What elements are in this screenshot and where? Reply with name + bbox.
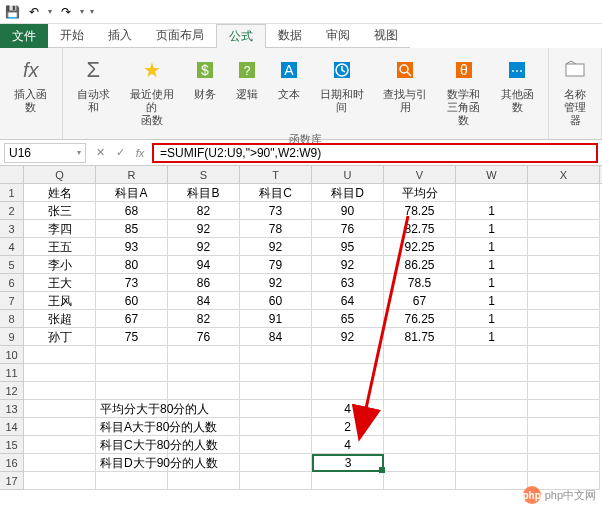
- cell[interactable]: [240, 454, 312, 472]
- insert-function-button[interactable]: fx 插入函数: [6, 52, 56, 137]
- name-manager-button[interactable]: 名称 管理器: [555, 52, 595, 137]
- cell[interactable]: [384, 346, 456, 364]
- cell[interactable]: [528, 238, 600, 256]
- cell[interactable]: [312, 382, 384, 400]
- cell[interactable]: 92: [240, 274, 312, 292]
- cell[interactable]: [528, 454, 600, 472]
- name-box[interactable]: U16 ▾: [4, 143, 86, 163]
- cell[interactable]: [528, 220, 600, 238]
- cell[interactable]: [384, 382, 456, 400]
- undo-icon[interactable]: ↶: [26, 4, 42, 20]
- cell[interactable]: 2: [312, 418, 384, 436]
- cell[interactable]: [456, 454, 528, 472]
- cell[interactable]: 92: [240, 238, 312, 256]
- cell[interactable]: [24, 400, 96, 418]
- cell[interactable]: 67: [384, 292, 456, 310]
- cell[interactable]: [384, 364, 456, 382]
- select-all-corner[interactable]: [0, 166, 24, 184]
- more-functions-button[interactable]: ⋯ 其他函数: [493, 52, 542, 130]
- chevron-down-icon[interactable]: ▾: [77, 148, 81, 157]
- cell[interactable]: 82: [168, 310, 240, 328]
- cell[interactable]: 科目B: [168, 184, 240, 202]
- cell[interactable]: 60: [96, 292, 168, 310]
- cell[interactable]: [384, 454, 456, 472]
- cell[interactable]: [168, 400, 240, 418]
- row-header[interactable]: 5: [0, 256, 23, 274]
- cell[interactable]: 86: [168, 274, 240, 292]
- cell[interactable]: 93: [96, 238, 168, 256]
- cell[interactable]: [96, 364, 168, 382]
- cell[interactable]: [240, 346, 312, 364]
- cell[interactable]: 张三: [24, 202, 96, 220]
- cell[interactable]: [384, 436, 456, 454]
- cell[interactable]: [384, 400, 456, 418]
- cell[interactable]: 73: [240, 202, 312, 220]
- column-header[interactable]: T: [240, 166, 312, 183]
- cell[interactable]: [528, 418, 600, 436]
- cell[interactable]: 76.25: [384, 310, 456, 328]
- cell[interactable]: 78.5: [384, 274, 456, 292]
- cell[interactable]: [528, 292, 600, 310]
- row-header[interactable]: 15: [0, 436, 23, 454]
- fx-button[interactable]: fx: [130, 143, 150, 163]
- cell[interactable]: 64: [312, 292, 384, 310]
- tab-insert[interactable]: 插入: [96, 24, 144, 48]
- cell[interactable]: 67: [96, 310, 168, 328]
- cell[interactable]: 92: [168, 220, 240, 238]
- text-button[interactable]: A 文本: [270, 52, 308, 130]
- cell[interactable]: [312, 472, 384, 490]
- cell[interactable]: [24, 436, 96, 454]
- cell[interactable]: [168, 382, 240, 400]
- datetime-button[interactable]: 日期和时间: [312, 52, 372, 130]
- cell[interactable]: [96, 346, 168, 364]
- row-header[interactable]: 12: [0, 382, 23, 400]
- cell[interactable]: 79: [240, 256, 312, 274]
- redo-dropdown-icon[interactable]: ▾: [80, 7, 84, 16]
- cell[interactable]: 84: [168, 292, 240, 310]
- tab-data[interactable]: 数据: [266, 24, 314, 48]
- cell[interactable]: [456, 382, 528, 400]
- cell[interactable]: 91: [240, 310, 312, 328]
- cell[interactable]: 82.75: [384, 220, 456, 238]
- qat-customize-icon[interactable]: ▾: [90, 7, 94, 16]
- cell[interactable]: 68: [96, 202, 168, 220]
- math-button[interactable]: θ 数学和 三角函数: [439, 52, 488, 130]
- cell[interactable]: [240, 418, 312, 436]
- cell[interactable]: [384, 472, 456, 490]
- cell[interactable]: 63: [312, 274, 384, 292]
- cell[interactable]: 4: [312, 400, 384, 418]
- cell[interactable]: [528, 400, 600, 418]
- row-header[interactable]: 17: [0, 472, 23, 490]
- cell[interactable]: 平均分: [384, 184, 456, 202]
- row-header[interactable]: 2: [0, 202, 23, 220]
- cell[interactable]: 4: [312, 436, 384, 454]
- tab-review[interactable]: 审阅: [314, 24, 362, 48]
- cell[interactable]: [24, 454, 96, 472]
- cell[interactable]: 84: [240, 328, 312, 346]
- row-header[interactable]: 13: [0, 400, 23, 418]
- row-header[interactable]: 6: [0, 274, 23, 292]
- cell[interactable]: 科目C: [240, 184, 312, 202]
- logical-button[interactable]: ? 逻辑: [228, 52, 266, 130]
- cell[interactable]: [456, 400, 528, 418]
- cell[interactable]: [528, 364, 600, 382]
- cell[interactable]: [528, 436, 600, 454]
- cell[interactable]: [24, 382, 96, 400]
- row-header[interactable]: 14: [0, 418, 23, 436]
- row-header[interactable]: 7: [0, 292, 23, 310]
- column-header[interactable]: S: [168, 166, 240, 183]
- cell[interactable]: 1: [456, 238, 528, 256]
- row-header[interactable]: 4: [0, 238, 23, 256]
- undo-dropdown-icon[interactable]: ▾: [48, 7, 52, 16]
- tab-home[interactable]: 开始: [48, 24, 96, 48]
- cell[interactable]: 张超: [24, 310, 96, 328]
- autosum-button[interactable]: Σ 自动求和: [69, 52, 118, 130]
- cell[interactable]: [456, 184, 528, 202]
- cell[interactable]: 科目D大于90分的人数: [96, 454, 168, 472]
- cell[interactable]: 76: [312, 220, 384, 238]
- cell[interactable]: 科目A大于80分的人数: [96, 418, 168, 436]
- financial-button[interactable]: $ 财务: [186, 52, 224, 130]
- tab-view[interactable]: 视图: [362, 24, 410, 48]
- cell[interactable]: [168, 436, 240, 454]
- row-header[interactable]: 10: [0, 346, 23, 364]
